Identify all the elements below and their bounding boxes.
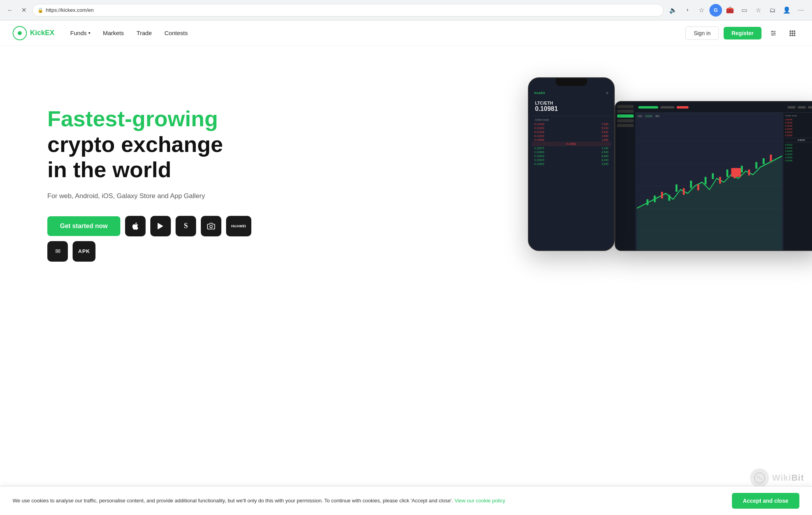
camera-icon [207,222,215,230]
huawei-label: HUAWEI [231,224,246,228]
reader-view-button[interactable]: ￬ [681,4,694,17]
ob-tablet-sell-2: 0.8340800 [785,121,812,124]
hero-title-line3: in the world [47,157,171,182]
hero-subtitle: For web, Android, iOS, Galaxy Store and … [47,192,276,200]
chart-tab-3: Bar [655,114,660,118]
signin-button[interactable]: Sign in [685,26,719,40]
svg-rect-39 [770,155,772,161]
tablet-header [635,102,812,113]
account-button[interactable]: 👤 [780,4,793,17]
svg-marker-21 [637,156,782,250]
tablet-header-change [677,106,689,109]
apple-icon [131,222,140,230]
hero-title-highlight: Fastest-growing [47,106,218,131]
nav-contests[interactable]: Contests [165,30,188,36]
tablet-header-pair [638,106,658,109]
orderbook-label: Order book [785,114,812,117]
camera-button[interactable] [201,216,221,236]
grid-icon-button[interactable] [785,26,799,40]
tablet-main: Line Candle Bar [635,102,812,250]
phone-content: KickEX ≡ LTC/ETH 0.10981 Order book 0.11… [529,78,614,250]
favorites-button[interactable]: ☆ [695,4,708,17]
nav-markets[interactable]: Markets [103,30,124,36]
profile-button[interactable]: G [709,4,722,17]
hero-title-line2: crypto exchange [47,132,223,157]
register-button[interactable]: Register [724,27,761,39]
tablet-header-btn2 [798,106,806,109]
tablet-screen: Line Candle Bar [616,102,812,250]
ob-tablet-sell-6: 0.8320900 [785,134,812,137]
back-button[interactable]: ← [5,5,16,16]
lock-icon: 🔒 [37,7,43,13]
svg-rect-10 [792,32,793,34]
ob-tablet-sell-3: 0.83352100 [785,124,812,127]
hero-devices: KickEX ≡ LTC/ETH 0.10981 Order book 0.11… [512,69,812,314]
svg-rect-40 [731,168,741,177]
collections-button[interactable]: 🗂 [766,4,779,17]
ob-buy-5: 0.109053,545 [532,162,611,166]
phone-orderbook: Order book 0.110407,500 0.110325,213 0.1… [532,116,611,166]
hero-actions: Get started now S HUAWE [47,216,276,262]
hero-section: Fastest-growing crypto exchange in the w… [0,46,812,322]
phone-pair-section: LTC/ETH 0.10981 [532,99,611,114]
phone-screen: KickEX ≡ LTC/ETH 0.10981 Order book 0.11… [529,78,614,250]
split-view-button[interactable]: ▭ [738,4,750,17]
svg-rect-30 [705,177,707,184]
apple-store-button[interactable] [125,216,146,236]
svg-rect-33 [726,169,728,177]
svg-rect-7 [792,30,793,32]
tablet-header-btn3 [808,106,812,109]
ob-tablet-buy-3: 0.83004200 [785,150,812,153]
ob-tablet-sell-4: 0.8330650 [785,127,812,131]
menu-button[interactable]: ⋯ [795,4,807,17]
google-play-button[interactable] [150,216,171,236]
phone-header: KickEX ≡ [532,89,611,97]
browser-controls: ← ✕ [5,5,29,16]
svg-rect-36 [748,169,750,175]
ob-sell-2: 0.110325,213 [532,126,611,130]
favorites-menu-button[interactable]: ☆ [752,4,765,17]
ob-tablet-buy-1: 0.83101500 [785,143,812,146]
nav-funds[interactable]: Funds ▾ [70,30,90,36]
ob-tablet-buy-5: 0.82903600 [785,156,812,159]
svg-point-15 [210,225,213,228]
apk-button[interactable]: APK [73,241,95,262]
ob-buy-2: 0.109604,530 [532,150,611,154]
svg-rect-27 [683,188,685,195]
read-aloud-button[interactable]: 🔈 [667,4,679,17]
settings-icon-button[interactable] [766,26,780,40]
mailru-button[interactable]: ✉ [47,241,68,262]
get-started-button[interactable]: Get started now [47,216,120,236]
logo-ex: EX [45,29,54,37]
nav-trade[interactable]: Trade [137,30,152,36]
navbar: KickEX Funds ▾ Markets Trade Contests Si… [0,21,812,46]
svg-rect-13 [792,34,793,36]
ob-sell-4: 0.110022,800 [532,134,611,138]
svg-rect-26 [675,184,677,192]
ob-tablet-buy-4: 0.82951100 [785,153,812,156]
sidebar-item-4 [617,119,634,122]
samsung-icon: S [184,222,188,230]
svg-rect-22 [647,199,649,205]
hero-title: Fastest-growing crypto exchange in the w… [47,106,276,182]
ob-tablet-sell-1: 0.83451200 [785,118,812,121]
extensions-button[interactable]: 🧰 [724,4,736,17]
svg-rect-12 [790,34,791,36]
svg-rect-8 [794,30,795,32]
price-chart-svg [637,119,782,250]
svg-rect-28 [690,181,692,188]
ob-tablet-sell-5: 0.83253400 [785,131,812,134]
browser-actions: 🔈 ￬ ☆ G 🧰 ▭ ☆ 🗂 👤 ⋯ [667,4,807,17]
huawei-button[interactable]: HUAWEI [226,216,251,236]
close-button[interactable]: ✕ [18,5,29,16]
ob-sell-3: 0.110183,441 [532,130,611,134]
logo[interactable]: KickEX [13,26,54,40]
phone-trading-pair: LTC/ETH [535,101,608,105]
address-bar[interactable]: 🔒 https://kickex.com/en [32,4,664,17]
samsung-store-button[interactable]: S [176,216,196,236]
svg-rect-6 [790,30,791,32]
browser-chrome: ← ✕ 🔒 https://kickex.com/en 🔈 ￬ ☆ G 🧰 ▭ … [0,0,812,21]
svg-rect-14 [794,34,795,36]
ob-tablet-buy-2: 0.83052800 [785,146,812,150]
tablet-content: Line Candle Bar [635,113,812,250]
